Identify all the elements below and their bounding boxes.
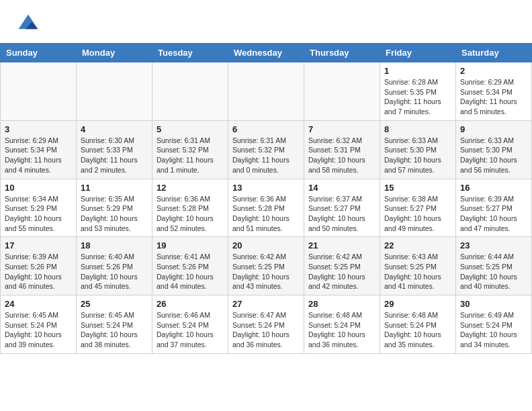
calendar-week-3: 10Sunrise: 6:34 AM Sunset: 5:29 PM Dayli…: [1, 179, 532, 237]
day-info: Sunrise: 6:43 AM Sunset: 5:25 PM Dayligh…: [384, 252, 451, 291]
weekday-header-sunday: Sunday: [1, 44, 77, 62]
day-info: Sunrise: 6:39 AM Sunset: 5:27 PM Dayligh…: [460, 194, 527, 234]
day-number: 11: [81, 183, 148, 193]
day-number: 7: [308, 124, 375, 134]
weekday-header-wednesday: Wednesday: [228, 44, 304, 62]
day-info: Sunrise: 6:48 AM Sunset: 5:24 PM Dayligh…: [308, 310, 375, 350]
calendar-cell: 25Sunrise: 6:45 AM Sunset: 5:24 PM Dayli…: [77, 295, 152, 354]
calendar-cell: 4Sunrise: 6:30 AM Sunset: 5:33 PM Daylig…: [77, 120, 152, 179]
day-number: 25: [81, 299, 148, 309]
weekday-header-friday: Friday: [380, 44, 456, 62]
calendar-cell: 30Sunrise: 6:49 AM Sunset: 5:24 PM Dayli…: [456, 295, 532, 354]
day-number: 23: [460, 240, 527, 250]
calendar-cell: 1Sunrise: 6:28 AM Sunset: 5:35 PM Daylig…: [380, 62, 456, 121]
calendar-cell: 22Sunrise: 6:43 AM Sunset: 5:25 PM Dayli…: [380, 237, 456, 295]
day-info: Sunrise: 6:44 AM Sunset: 5:25 PM Dayligh…: [460, 252, 527, 291]
day-info: Sunrise: 6:33 AM Sunset: 5:30 PM Dayligh…: [460, 136, 527, 175]
day-number: 21: [308, 240, 375, 250]
day-number: 30: [460, 299, 527, 309]
day-number: 5: [157, 124, 224, 134]
day-number: 19: [157, 240, 224, 250]
calendar-cell: 23Sunrise: 6:44 AM Sunset: 5:25 PM Dayli…: [456, 237, 532, 295]
day-number: 4: [81, 124, 148, 134]
calendar-cell: [77, 62, 152, 121]
calendar-cell: 12Sunrise: 6:36 AM Sunset: 5:28 PM Dayli…: [152, 179, 228, 237]
calendar-cell: 2Sunrise: 6:29 AM Sunset: 5:34 PM Daylig…: [456, 62, 532, 121]
day-info: Sunrise: 6:42 AM Sunset: 5:25 PM Dayligh…: [308, 252, 375, 291]
day-number: 28: [308, 299, 375, 309]
calendar-table: SundayMondayTuesdayWednesdayThursdayFrid…: [0, 43, 532, 354]
day-info: Sunrise: 6:31 AM Sunset: 5:32 PM Dayligh…: [232, 136, 300, 175]
day-info: Sunrise: 6:36 AM Sunset: 5:28 PM Dayligh…: [232, 194, 300, 234]
day-number: 13: [232, 183, 300, 193]
day-number: 26: [157, 299, 224, 309]
day-number: 12: [157, 183, 224, 193]
day-info: Sunrise: 6:49 AM Sunset: 5:24 PM Dayligh…: [460, 310, 527, 350]
day-number: 3: [5, 124, 72, 134]
calendar-week-5: 24Sunrise: 6:45 AM Sunset: 5:24 PM Dayli…: [1, 295, 532, 354]
calendar-cell: [1, 62, 77, 121]
day-number: 29: [384, 299, 451, 309]
day-info: Sunrise: 6:36 AM Sunset: 5:28 PM Dayligh…: [157, 194, 224, 234]
calendar-cell: 27Sunrise: 6:47 AM Sunset: 5:24 PM Dayli…: [228, 295, 304, 354]
weekday-header-thursday: Thursday: [304, 44, 380, 62]
day-info: Sunrise: 6:47 AM Sunset: 5:24 PM Dayligh…: [232, 310, 300, 350]
day-info: Sunrise: 6:38 AM Sunset: 5:27 PM Dayligh…: [384, 194, 451, 234]
day-number: 24: [5, 299, 72, 309]
calendar-cell: 19Sunrise: 6:41 AM Sunset: 5:26 PM Dayli…: [152, 237, 228, 295]
day-info: Sunrise: 6:39 AM Sunset: 5:26 PM Dayligh…: [5, 252, 72, 291]
day-number: 18: [81, 240, 148, 250]
day-info: Sunrise: 6:28 AM Sunset: 5:35 PM Dayligh…: [384, 77, 451, 117]
logo: [16, 12, 43, 36]
day-info: Sunrise: 6:45 AM Sunset: 5:24 PM Dayligh…: [81, 310, 148, 350]
page-header: [0, 0, 532, 43]
calendar-week-2: 3Sunrise: 6:29 AM Sunset: 5:34 PM Daylig…: [1, 120, 532, 179]
calendar-cell: 21Sunrise: 6:42 AM Sunset: 5:25 PM Dayli…: [304, 237, 380, 295]
day-number: 8: [384, 124, 451, 134]
day-info: Sunrise: 6:40 AM Sunset: 5:26 PM Dayligh…: [81, 252, 148, 291]
day-number: 9: [460, 124, 527, 134]
day-info: Sunrise: 6:46 AM Sunset: 5:24 PM Dayligh…: [157, 310, 224, 350]
calendar-cell: 29Sunrise: 6:48 AM Sunset: 5:24 PM Dayli…: [380, 295, 456, 354]
day-info: Sunrise: 6:32 AM Sunset: 5:31 PM Dayligh…: [308, 136, 375, 175]
weekday-header-tuesday: Tuesday: [152, 44, 228, 62]
day-number: 14: [308, 183, 375, 193]
calendar-cell: 17Sunrise: 6:39 AM Sunset: 5:26 PM Dayli…: [1, 237, 77, 295]
day-info: Sunrise: 6:45 AM Sunset: 5:24 PM Dayligh…: [5, 310, 72, 350]
day-info: Sunrise: 6:35 AM Sunset: 5:29 PM Dayligh…: [81, 194, 148, 234]
calendar-cell: 6Sunrise: 6:31 AM Sunset: 5:32 PM Daylig…: [228, 120, 304, 179]
calendar-cell: 5Sunrise: 6:31 AM Sunset: 5:32 PM Daylig…: [152, 120, 228, 179]
calendar-cell: 14Sunrise: 6:37 AM Sunset: 5:27 PM Dayli…: [304, 179, 380, 237]
calendar-cell: 8Sunrise: 6:33 AM Sunset: 5:30 PM Daylig…: [380, 120, 456, 179]
day-info: Sunrise: 6:29 AM Sunset: 5:34 PM Dayligh…: [460, 77, 527, 117]
day-info: Sunrise: 6:42 AM Sunset: 5:25 PM Dayligh…: [232, 252, 300, 291]
calendar-cell: 28Sunrise: 6:48 AM Sunset: 5:24 PM Dayli…: [304, 295, 380, 354]
day-info: Sunrise: 6:31 AM Sunset: 5:32 PM Dayligh…: [157, 136, 224, 175]
calendar-cell: [152, 62, 228, 121]
calendar-cell: 20Sunrise: 6:42 AM Sunset: 5:25 PM Dayli…: [228, 237, 304, 295]
calendar-cell: 3Sunrise: 6:29 AM Sunset: 5:34 PM Daylig…: [1, 120, 77, 179]
day-info: Sunrise: 6:37 AM Sunset: 5:27 PM Dayligh…: [308, 194, 375, 234]
day-number: 22: [384, 240, 451, 250]
day-number: 27: [232, 299, 300, 309]
calendar-cell: 7Sunrise: 6:32 AM Sunset: 5:31 PM Daylig…: [304, 120, 380, 179]
calendar-cell: [304, 62, 380, 121]
weekday-header-saturday: Saturday: [456, 44, 532, 62]
day-info: Sunrise: 6:41 AM Sunset: 5:26 PM Dayligh…: [157, 252, 224, 291]
logo-icon: [16, 12, 40, 36]
calendar-cell: 26Sunrise: 6:46 AM Sunset: 5:24 PM Dayli…: [152, 295, 228, 354]
day-info: Sunrise: 6:34 AM Sunset: 5:29 PM Dayligh…: [5, 194, 72, 234]
day-number: 17: [5, 240, 72, 250]
calendar-header: SundayMondayTuesdayWednesdayThursdayFrid…: [1, 44, 532, 62]
weekday-header-monday: Monday: [77, 44, 152, 62]
calendar-cell: 15Sunrise: 6:38 AM Sunset: 5:27 PM Dayli…: [380, 179, 456, 237]
day-number: 2: [460, 66, 527, 76]
day-info: Sunrise: 6:48 AM Sunset: 5:24 PM Dayligh…: [384, 310, 451, 350]
calendar-cell: 9Sunrise: 6:33 AM Sunset: 5:30 PM Daylig…: [456, 120, 532, 179]
day-number: 16: [460, 183, 527, 193]
day-number: 20: [232, 240, 300, 250]
calendar-week-1: 1Sunrise: 6:28 AM Sunset: 5:35 PM Daylig…: [1, 62, 532, 121]
day-number: 1: [384, 66, 451, 76]
calendar-cell: 13Sunrise: 6:36 AM Sunset: 5:28 PM Dayli…: [228, 179, 304, 237]
calendar-cell: 24Sunrise: 6:45 AM Sunset: 5:24 PM Dayli…: [1, 295, 77, 354]
